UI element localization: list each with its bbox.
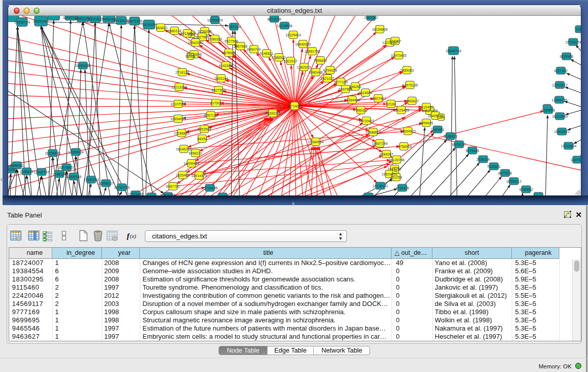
svg-text:19654923: 19654923 — [400, 129, 416, 133]
svg-text:19654975: 19654975 — [170, 117, 186, 121]
svg-text:16210643: 16210643 — [552, 115, 568, 118]
svg-text:8990448: 8990448 — [309, 71, 323, 74]
svg-text:12213369: 12213369 — [171, 85, 187, 89]
svg-text:14136141: 14136141 — [373, 184, 388, 188]
svg-text:17016504: 17016504 — [561, 144, 577, 148]
svg-text:16120746: 16120746 — [389, 158, 405, 162]
svg-text:17957253: 17957253 — [83, 178, 99, 182]
svg-text:1588520: 1588520 — [272, 56, 286, 59]
svg-text:16055809: 16055809 — [207, 18, 223, 22]
svg-text:9084067: 9084067 — [380, 152, 394, 156]
svg-text:8186328: 8186328 — [208, 37, 222, 41]
svg-text:5322037: 5322037 — [284, 59, 298, 63]
svg-text:9245652: 9245652 — [519, 188, 533, 191]
svg-text:12923446: 12923446 — [128, 192, 144, 195]
svg-text:14099459: 14099459 — [184, 162, 200, 165]
svg-text:8454749: 8454749 — [247, 48, 261, 51]
svg-text:1362615: 1362615 — [297, 65, 311, 69]
svg-text:2967608: 2967608 — [234, 45, 248, 48]
svg-text:6479197: 6479197 — [452, 143, 466, 146]
svg-text:25300205: 25300205 — [265, 112, 281, 115]
svg-text:19166825: 19166825 — [174, 132, 190, 135]
svg-text:21364436: 21364436 — [344, 98, 360, 102]
svg-text:6794028: 6794028 — [323, 69, 337, 72]
svg-text:1485061: 1485061 — [10, 164, 24, 167]
svg-text:9242848: 9242848 — [219, 64, 233, 68]
svg-text:7625402: 7625402 — [176, 173, 190, 177]
svg-text:9115460: 9115460 — [420, 105, 433, 109]
svg-text:3267130: 3267130 — [204, 114, 218, 117]
svg-text:9457751: 9457751 — [166, 185, 180, 188]
svg-text:1353594: 1353594 — [198, 127, 211, 131]
svg-text:128367: 128367 — [389, 39, 401, 43]
svg-text:12975135: 12975135 — [402, 83, 418, 87]
svg-text:12923445: 12923445 — [160, 193, 176, 195]
svg-text:9777169: 9777169 — [334, 80, 348, 84]
svg-text:29053346: 29053346 — [75, 64, 91, 68]
svg-text:12444155: 12444155 — [552, 98, 568, 102]
svg-text:8912954: 8912954 — [181, 32, 194, 35]
svg-text:12093877: 12093877 — [552, 83, 568, 87]
svg-text:19218506: 19218506 — [277, 24, 293, 28]
svg-text:2935114: 2935114 — [476, 158, 490, 161]
svg-text:19384554: 19384554 — [308, 140, 324, 144]
svg-text:2803144: 2803144 — [214, 77, 228, 80]
svg-text:20691406: 20691406 — [33, 19, 49, 23]
svg-text:(x): (x) — [130, 233, 136, 239]
svg-text:6899695: 6899695 — [420, 121, 433, 125]
svg-text:9463627: 9463627 — [405, 99, 419, 103]
svg-text:1621022: 1621022 — [321, 77, 335, 80]
svg-text:16914479: 16914479 — [191, 174, 207, 178]
svg-text:5875685: 5875685 — [222, 51, 236, 55]
svg-text:10107553: 10107553 — [170, 102, 186, 106]
svg-text:9498222: 9498222 — [189, 151, 203, 155]
svg-text:18607249: 18607249 — [372, 142, 388, 145]
svg-text:391547: 391547 — [8, 168, 17, 171]
svg-text:16640910: 16640910 — [295, 42, 311, 46]
svg-text:16961758: 16961758 — [304, 50, 320, 53]
svg-text:20206576: 20206576 — [45, 151, 61, 155]
svg-text:8471676: 8471676 — [498, 171, 512, 175]
svg-text:8427552: 8427552 — [212, 89, 226, 92]
svg-text:16154808: 16154808 — [372, 28, 388, 31]
svg-text:1145194: 1145194 — [53, 172, 66, 176]
svg-text:9146821: 9146821 — [260, 52, 274, 55]
svg-text:11325419: 11325419 — [286, 33, 301, 37]
svg-text:252254: 252254 — [390, 176, 402, 179]
svg-text:48354: 48354 — [197, 137, 207, 141]
svg-text:15716485: 15716485 — [202, 186, 218, 190]
svg-text:15692971: 15692971 — [554, 130, 570, 134]
svg-text:16543382: 16543382 — [188, 41, 204, 45]
svg-text:9474444: 9474444 — [466, 149, 480, 152]
svg-text:51: 51 — [394, 169, 398, 172]
svg-text:12942737: 12942737 — [34, 170, 50, 174]
svg-text:10688609: 10688609 — [365, 130, 381, 134]
svg-text:8813054: 8813054 — [268, 17, 281, 21]
svg-text:10025458: 10025458 — [422, 109, 438, 113]
svg-text:16046766: 16046766 — [176, 147, 192, 151]
svg-text:10807487: 10807487 — [371, 97, 386, 100]
svg-text:16782759: 16782759 — [114, 186, 130, 189]
svg-text:30975857: 30975857 — [59, 166, 75, 169]
svg-text:17359924: 17359924 — [68, 150, 84, 154]
svg-text:12905185: 12905185 — [66, 175, 82, 179]
svg-text:7955812: 7955812 — [314, 59, 328, 62]
svg-text:7986322: 7986322 — [354, 108, 368, 112]
svg-text:15751074: 15751074 — [565, 40, 581, 44]
svg-text:1440951: 1440951 — [431, 128, 445, 132]
svg-text:10025453: 10025453 — [394, 108, 409, 112]
svg-text:1167535: 1167535 — [571, 158, 581, 162]
svg-text:8938923: 8938923 — [444, 135, 458, 138]
svg-text:7632621: 7632621 — [487, 165, 501, 168]
svg-text:2087682: 2087682 — [364, 16, 378, 19]
svg-text:19756928: 19756928 — [396, 145, 412, 148]
svg-text:264: 264 — [438, 116, 444, 119]
svg-text:15720407: 15720407 — [359, 119, 375, 123]
svg-text:1733426: 1733426 — [396, 186, 409, 190]
svg-text:10958107: 10958107 — [98, 182, 114, 185]
svg-text:2718126: 2718126 — [176, 71, 189, 74]
svg-text:18724007: 18724007 — [287, 104, 303, 108]
svg-text:7663822: 7663822 — [154, 26, 168, 30]
svg-text:10654112: 10654112 — [506, 180, 521, 183]
svg-text:417006: 417006 — [210, 101, 222, 105]
